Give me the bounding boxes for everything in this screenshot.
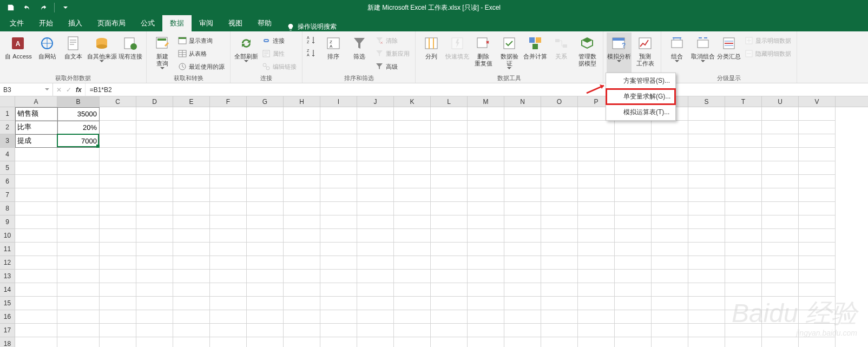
col-header-H[interactable]: H — [284, 96, 320, 107]
col-header-M[interactable]: M — [468, 96, 504, 107]
row-header-17[interactable]: 17 — [0, 324, 15, 337]
row-header-5[interactable]: 5 — [0, 161, 15, 175]
row-header-8[interactable]: 8 — [0, 202, 15, 215]
col-header-K[interactable]: K — [394, 96, 431, 107]
cancel-formula-button[interactable]: ✕ — [56, 86, 62, 94]
col-header-B[interactable]: B — [57, 96, 100, 107]
cell-B2[interactable]: 20% — [57, 121, 100, 134]
data-validation-button[interactable]: 数据验 证 — [497, 32, 522, 73]
tab-review[interactable]: 审阅 — [192, 15, 221, 31]
tab-home[interactable]: 开始 — [31, 15, 61, 31]
tab-insert[interactable]: 插入 — [61, 15, 90, 31]
what-if-analysis-button[interactable]: ?模拟分析 — [607, 32, 632, 73]
row-header-14[interactable]: 14 — [0, 283, 15, 297]
connections-button[interactable]: 连接 — [260, 35, 299, 47]
from-table-button[interactable]: 从表格 — [176, 48, 227, 60]
advanced-filter-button[interactable]: 高级 — [373, 61, 412, 73]
col-header-I[interactable]: I — [320, 96, 357, 107]
ungroup-button[interactable]: 取消组合 — [691, 32, 715, 73]
group-button[interactable]: 组合 — [665, 32, 689, 73]
col-header-S[interactable]: S — [688, 96, 725, 107]
close-button[interactable] — [843, 0, 868, 15]
existing-connections-button[interactable]: 现有连接 — [118, 32, 143, 73]
tab-page-layout[interactable]: 页面布局 — [90, 15, 133, 31]
row-header-1[interactable]: 1 — [0, 107, 15, 121]
cell-A2[interactable]: 比率 — [15, 121, 57, 134]
row-header-18[interactable]: 18 — [0, 337, 15, 347]
from-text-button[interactable]: 自文本 — [61, 32, 86, 73]
row-header-9[interactable]: 9 — [0, 215, 15, 229]
col-header-G[interactable]: G — [247, 96, 284, 107]
row-header-12[interactable]: 12 — [0, 256, 15, 270]
select-all-corner[interactable] — [0, 96, 15, 107]
scenario-manager-item[interactable]: 方案管理器(S)... — [606, 73, 675, 89]
text-to-columns-button[interactable]: 分列 — [419, 32, 444, 73]
col-header-L[interactable]: L — [431, 96, 468, 107]
cell-A3[interactable]: 提成 — [15, 134, 57, 148]
col-header-C[interactable]: C — [100, 96, 136, 107]
row-header-16[interactable]: 16 — [0, 310, 15, 324]
row-header-10[interactable]: 10 — [0, 229, 15, 243]
row-header-7[interactable]: 7 — [0, 188, 15, 202]
save-button[interactable] — [3, 1, 18, 14]
tab-data[interactable]: 数据 — [162, 15, 192, 31]
ribbon-options-button[interactable] — [768, 0, 793, 15]
sort-desc-icon: ZA — [306, 48, 318, 60]
undo-button[interactable] — [19, 1, 35, 14]
row-header-3[interactable]: 3 — [0, 134, 15, 148]
show-queries-button[interactable]: 显示查询 — [176, 35, 227, 47]
col-header-A[interactable]: A — [15, 96, 57, 107]
col-header-J[interactable]: J — [357, 96, 394, 107]
col-header-E[interactable]: E — [173, 96, 210, 107]
col-header-V[interactable]: V — [799, 96, 836, 107]
fx-button[interactable]: fx — [76, 86, 82, 94]
col-header-N[interactable]: N — [504, 96, 541, 107]
col-header-O[interactable]: O — [541, 96, 578, 107]
data-table-item[interactable]: 模拟运算表(T)... — [606, 104, 675, 120]
sort-desc-button[interactable]: ZA — [306, 48, 320, 60]
redo-button[interactable] — [36, 1, 51, 14]
row-header-15[interactable]: 15 — [0, 297, 15, 310]
col-header-U[interactable]: U — [762, 96, 799, 107]
from-other-button[interactable]: 自其他来源 — [87, 32, 117, 73]
lightbulb-icon — [287, 23, 294, 31]
enter-formula-button[interactable]: ✓ — [66, 86, 71, 94]
name-box[interactable]: B3 — [0, 83, 53, 96]
spreadsheet-grid[interactable]: ABCDEFGHIJKLMNOPQRSTUV 12345678910111213… — [0, 96, 868, 347]
cell-B3[interactable]: 7000 — [57, 134, 100, 148]
row-header-2[interactable]: 2 — [0, 121, 15, 134]
new-query-button[interactable]: 新建 查询 — [150, 32, 175, 73]
formula-input[interactable]: =B1*B2 — [86, 86, 868, 94]
data-model-button[interactable]: 管理数 据模型 — [575, 32, 600, 73]
refresh-all-button[interactable]: 全部刷新 — [234, 32, 259, 73]
row-header-13[interactable]: 13 — [0, 270, 15, 283]
goal-seek-item[interactable]: 单变量求解(G)... — [606, 89, 675, 104]
remove-duplicates-button[interactable]: 删除 重复值 — [471, 32, 496, 73]
cells-area[interactable]: 销售额35000比率20%提成7000 — [15, 107, 868, 347]
tab-formulas[interactable]: 公式 — [133, 15, 162, 31]
col-header-F[interactable]: F — [210, 96, 247, 107]
tab-view[interactable]: 视图 — [221, 15, 250, 31]
col-header-D[interactable]: D — [136, 96, 173, 107]
sort-button[interactable]: ZA排序 — [321, 32, 346, 73]
cell-A1[interactable]: 销售额 — [15, 107, 57, 121]
row-header-11[interactable]: 11 — [0, 243, 15, 256]
tell-me-search[interactable]: 操作说明搜索 — [287, 22, 337, 31]
row-header-6[interactable]: 6 — [0, 175, 15, 188]
subtotal-button[interactable]: 分类汇总 — [716, 32, 741, 73]
tab-help[interactable]: 帮助 — [250, 15, 279, 31]
qat-customize-button[interactable] — [58, 1, 73, 14]
consolidate-button[interactable]: 合并计算 — [523, 32, 548, 73]
forecast-sheet-button[interactable]: 预测 工作表 — [633, 32, 657, 73]
recent-sources-button[interactable]: 最近使用的源 — [176, 61, 227, 73]
row-header-4[interactable]: 4 — [0, 148, 15, 161]
tab-file[interactable]: 文件 — [2, 15, 31, 31]
from-web-button[interactable]: 自网站 — [35, 32, 60, 73]
col-header-T[interactable]: T — [725, 96, 762, 107]
minimize-button[interactable] — [793, 0, 818, 15]
from-access-button[interactable]: A自 Access — [3, 32, 34, 73]
sort-asc-button[interactable]: AZ — [306, 35, 320, 47]
cell-B1[interactable]: 35000 — [57, 107, 100, 121]
maximize-button[interactable] — [818, 0, 843, 15]
filter-button[interactable]: 筛选 — [347, 32, 372, 73]
